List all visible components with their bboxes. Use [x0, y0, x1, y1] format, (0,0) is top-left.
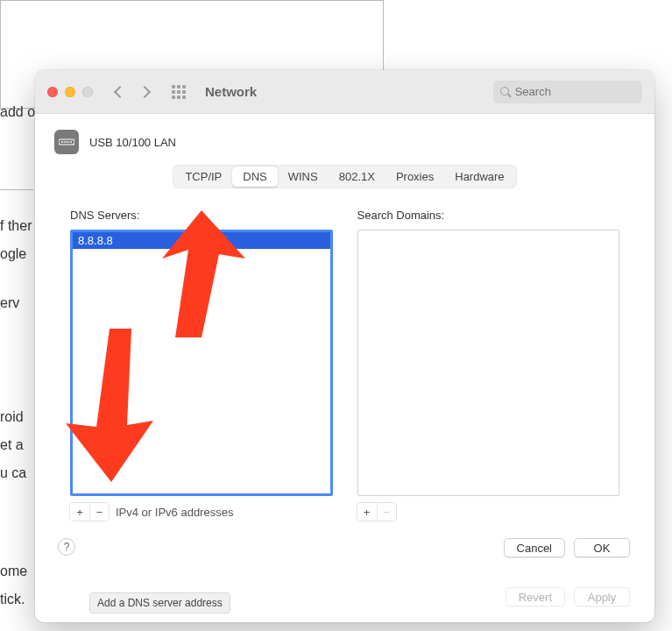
tab-hardware[interactable]: Hardware: [444, 167, 514, 187]
tooltip: Add a DNS server address: [89, 592, 230, 613]
dns-servers-label: DNS Servers:: [70, 209, 333, 224]
dns-add-remove: + −: [70, 503, 109, 521]
domain-add-button[interactable]: +: [357, 503, 377, 521]
network-prefs-window: Network USB 10/100 LAN TCP/IP DNS WINS 8…: [35, 70, 654, 622]
minimize-icon[interactable]: [65, 87, 75, 97]
dns-remove-button[interactable]: −: [89, 503, 109, 521]
help-button[interactable]: ?: [58, 538, 75, 556]
tab-tcpip[interactable]: TCP/IP: [174, 167, 232, 187]
tab-dns[interactable]: DNS: [232, 167, 277, 187]
nav-arrows: [116, 88, 149, 96]
tabs: TCP/IP DNS WINS 802.1X Proxies Hardware: [173, 165, 516, 188]
interface-name: USB 10/100 LAN: [89, 136, 176, 149]
search-field[interactable]: [493, 81, 642, 103]
ok-button[interactable]: OK: [574, 538, 630, 557]
svg-point-1: [61, 141, 63, 143]
dns-hint: IPv4 or IPv6 addresses: [116, 506, 233, 519]
interface-header: USB 10/100 LAN: [54, 130, 635, 154]
revert-button: Revert: [506, 587, 565, 606]
titlebar: Network: [35, 70, 654, 114]
domain-add-remove: + −: [357, 503, 396, 521]
back-button[interactable]: [114, 85, 126, 97]
tab-proxies[interactable]: Proxies: [386, 167, 444, 187]
bg-text: f ther: [0, 212, 32, 240]
search-domains-list[interactable]: [357, 230, 620, 496]
close-icon[interactable]: [47, 87, 58, 97]
domain-remove-button: −: [377, 503, 396, 521]
bg-text: ome: [0, 557, 27, 585]
apply-button: Apply: [574, 587, 630, 606]
bg-text: u ca: [0, 459, 26, 487]
dns-servers-list[interactable]: 8.8.8.8: [70, 230, 333, 496]
dns-panel: DNS Servers: 8.8.8.8 + − IPv4 or IPv6 ad…: [54, 193, 635, 561]
dns-entry[interactable]: 8.8.8.8: [73, 232, 330, 249]
bg-divider: [0, 189, 33, 191]
search-domains-label: Search Domains:: [357, 209, 620, 224]
svg-point-2: [70, 141, 72, 143]
dns-add-button[interactable]: +: [70, 503, 89, 521]
tab-wins[interactable]: WINS: [278, 167, 329, 187]
window-controls: [47, 87, 93, 97]
search-domains-column: Search Domains: + −: [357, 209, 620, 521]
search-icon: [500, 87, 510, 97]
bg-text: roid: [0, 403, 24, 431]
ethernet-icon: [54, 130, 79, 154]
bg-text: tick.: [0, 585, 25, 613]
cancel-button[interactable]: Cancel: [504, 538, 565, 557]
dns-servers-column: DNS Servers: 8.8.8.8 + − IPv4 or IPv6 ad…: [70, 209, 333, 521]
search-input[interactable]: [515, 85, 635, 98]
forward-button[interactable]: [138, 85, 151, 97]
show-all-icon[interactable]: [172, 85, 186, 99]
bg-text: et a: [0, 431, 24, 459]
zoom-icon: [82, 87, 93, 97]
bg-text: ogle: [0, 240, 26, 268]
bg-text: erv: [0, 289, 19, 317]
tab-8021x[interactable]: 802.1X: [329, 167, 386, 187]
window-title: Network: [205, 84, 257, 99]
